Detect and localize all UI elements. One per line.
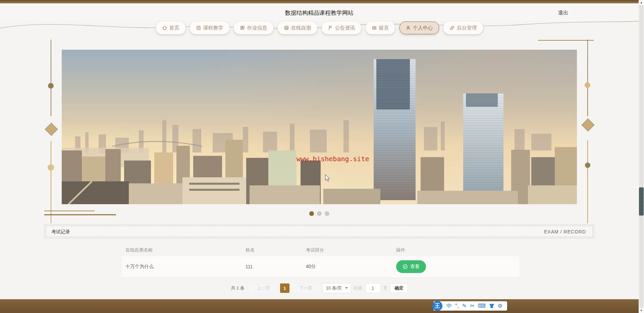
carousel-dots [0, 211, 639, 216]
carousel-dot-2[interactable] [317, 211, 322, 216]
goto-page-input[interactable] [365, 283, 381, 293]
logout-button[interactable]: 退出 [558, 10, 568, 16]
next-page-button[interactable]: 下一页 [292, 283, 320, 293]
deco-diamond-right [581, 118, 595, 132]
top-accent-bar [0, 0, 639, 3]
main-nav: 首页 课程教学 作业信息 在线自测 公告资讯 留言 个人中心 后台管理 [0, 21, 639, 34]
page-number-button[interactable]: 1 [280, 283, 289, 293]
cell-score: 40分 [306, 264, 396, 270]
home-icon [162, 25, 167, 31]
deco-bead-left-bottom [48, 164, 54, 171]
scrollbar-up-arrow[interactable]: ▲ [639, 0, 644, 5]
watermark-text: www.bishebang.site [297, 155, 369, 163]
deco-bead-left-top [48, 83, 54, 89]
pagination-total: 共 1 条 [231, 285, 244, 291]
prev-page-button[interactable]: 上一页 [250, 283, 277, 293]
col-test-name: 在线自测名称 [121, 247, 246, 253]
nav-label: 首页 [169, 25, 179, 31]
site-header: 数据结构精品课程教学网站 退出 [0, 3, 639, 21]
keyboard-icon[interactable]: ⌨ [478, 301, 486, 311]
nav-item-admin[interactable]: 后台管理 [443, 21, 483, 34]
ime-toolbar: 王 中 °, ✎ ✂ ⌨ ⚙ [433, 301, 507, 311]
confirm-button[interactable]: 确定 [390, 283, 408, 293]
handwriting-icon[interactable]: ✎ [462, 301, 467, 311]
table-row: 十万个为什么 111 40分 查看 [121, 256, 520, 278]
nav-item-announcements[interactable]: 公告资讯 [322, 21, 361, 34]
user-icon [406, 25, 411, 31]
section-subtitle: EXAM / RECORD [544, 229, 586, 234]
carousel-dot-3[interactable] [325, 211, 329, 216]
col-student-name: 姓名 [246, 247, 306, 253]
homework-icon [240, 25, 245, 31]
nav-label: 留言 [379, 25, 389, 31]
footer-bar [0, 299, 639, 313]
goto-suffix-label: 页 [383, 285, 388, 291]
col-action: 操作 [396, 247, 520, 253]
nav-item-homework[interactable]: 作业信息 [234, 21, 273, 34]
nav-label: 公告资讯 [335, 25, 355, 31]
message-icon [372, 25, 377, 31]
scrollbar-thumb[interactable] [639, 187, 644, 216]
layers-icon [284, 25, 289, 31]
nav-item-selftest[interactable]: 在线自测 [278, 21, 317, 34]
view-button[interactable]: 查看 [396, 260, 426, 273]
nav-label: 课程教学 [203, 25, 223, 31]
deco-line-right-top [587, 40, 588, 116]
screenshot-icon[interactable]: ✂ [470, 301, 474, 311]
nav-label: 个人中心 [413, 25, 433, 31]
deco-bead-right-top [585, 82, 590, 88]
deco-bead-right-bottom [585, 163, 590, 168]
flag-icon [328, 25, 333, 31]
goto-prefix-label: 到第 [354, 285, 363, 291]
city-skyline-image: www.bishebang.site [62, 50, 577, 204]
nav-label: 在线自测 [291, 25, 311, 31]
scrollbar-down-arrow[interactable]: ▼ [639, 308, 644, 313]
table-header-row: 在线自测名称 姓名 考试得分 操作 [121, 244, 520, 256]
chinese-mode-icon[interactable]: 中 [446, 301, 452, 311]
page-size-select[interactable]: 10 条/页 [322, 283, 351, 293]
nav-item-personal-center[interactable]: 个人中心 [399, 21, 439, 34]
deco-diamond-left [45, 123, 58, 136]
cell-student-name: 111 [246, 264, 306, 269]
nav-item-home[interactable]: 首页 [156, 21, 185, 34]
nav-label: 后台管理 [457, 25, 477, 31]
page-scrollbar[interactable]: ▲ ▼ [639, 0, 644, 313]
exam-record-table: 在线自测名称 姓名 考试得分 操作 十万个为什么 111 40分 查看 [121, 244, 520, 278]
nav-item-messages[interactable]: 留言 [366, 21, 395, 34]
nav-item-course[interactable]: 课程教学 [190, 21, 229, 34]
page-title: 数据结构精品课程教学网站 [0, 9, 639, 17]
exam-record-section-header: 考试记录 EXAM / RECORD [44, 224, 594, 238]
pagination: 共 1 条 上一页 1 下一页 10 条/页 到第 页 确定 [0, 283, 639, 293]
carousel-dot-1[interactable] [309, 211, 314, 216]
page: 数据结构精品课程教学网站 退出 首页 课程教学 作业信息 在线自测 公告资讯 留… [0, 0, 644, 313]
view-button-label: 查看 [410, 264, 420, 270]
circle-check-icon [402, 264, 408, 269]
settings-gear-icon[interactable]: ⚙ [498, 301, 502, 311]
hero-carousel[interactable]: www.bishebang.site [62, 50, 577, 204]
skin-icon[interactable] [489, 301, 494, 311]
scrollbar-track[interactable] [639, 5, 643, 308]
book-icon [196, 25, 201, 31]
nav-label: 作业信息 [247, 25, 267, 31]
ime-logo-icon[interactable]: 王 [432, 301, 442, 311]
link-icon [449, 25, 455, 31]
section-title: 考试记录 [51, 229, 70, 235]
deco-line-left-top [51, 40, 51, 116]
deco-line-right-bottom [587, 140, 588, 223]
punctuation-icon[interactable]: °, [455, 301, 459, 311]
col-score: 考试得分 [306, 247, 396, 253]
deco-hline-top-right [538, 40, 594, 41]
cell-test-name: 十万个为什么 [121, 264, 246, 270]
